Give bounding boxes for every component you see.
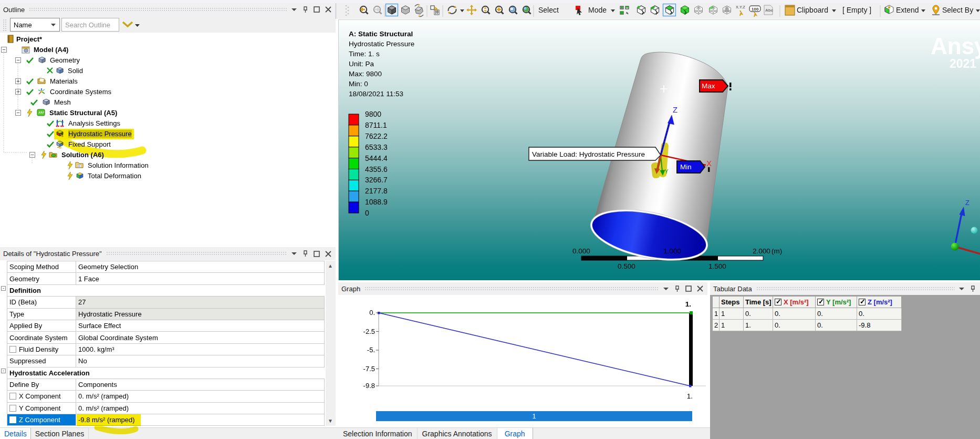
svg-text:1.: 1. (687, 392, 693, 400)
svg-text:1.000: 1.000 (663, 247, 681, 255)
svg-text:-7.5: -7.5 (363, 365, 375, 373)
svg-text:-5.: -5. (367, 346, 375, 354)
svg-text:Clipboard: Clipboard (797, 6, 828, 14)
svg-text:Select By: Select By (942, 6, 973, 14)
svg-text:(m): (m) (772, 247, 782, 255)
svg-text:Max: Max (702, 82, 715, 90)
svg-text:Z: Z (965, 199, 969, 207)
svg-text:Z: Z (673, 105, 677, 114)
svg-text:0.000: 0.000 (572, 247, 590, 255)
svg-text:0.: 0. (369, 309, 375, 317)
svg-text:Variable Load: Hydrostatic Pre: Variable Load: Hydrostatic Pressure (532, 150, 645, 158)
svg-text:1: 1 (532, 412, 536, 420)
svg-text:2.000: 2.000 (753, 247, 770, 255)
svg-text:Select: Select (538, 6, 559, 14)
svg-text:-2.5: -2.5 (363, 328, 375, 335)
svg-text:X: X (706, 159, 712, 168)
svg-text:-9.8: -9.8 (363, 382, 375, 390)
svg-text:Mode: Mode (588, 6, 607, 14)
svg-text:1.500: 1.500 (708, 262, 726, 270)
svg-text:Y: Y (665, 169, 669, 175)
svg-text:X.Y.Z: X.Y.Z (736, 5, 745, 9)
svg-text:Extend: Extend (896, 6, 919, 14)
svg-text:[ Empty ]: [ Empty ] (842, 6, 871, 14)
svg-text:Abc: Abc (765, 8, 774, 13)
svg-text:100: 100 (752, 7, 759, 12)
svg-text:1.: 1. (685, 300, 691, 308)
svg-text:0.500: 0.500 (618, 262, 635, 270)
svg-text:Min: Min (680, 163, 692, 171)
